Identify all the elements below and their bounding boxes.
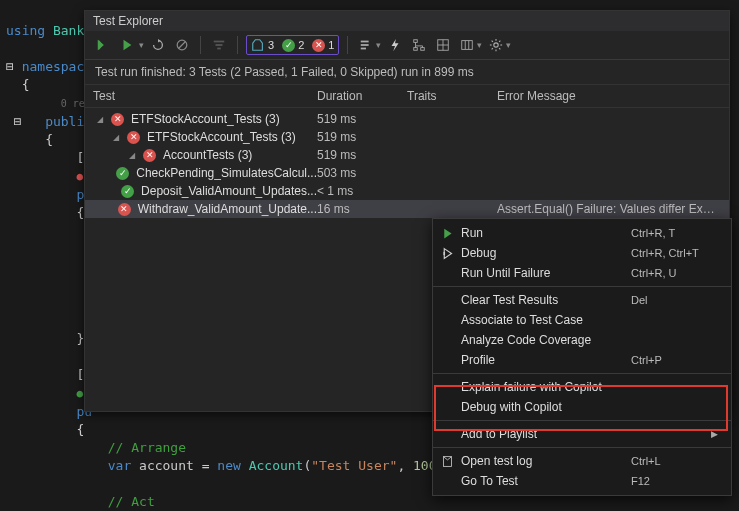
- svg-point-20: [494, 43, 498, 47]
- test-row[interactable]: ✓CheckPending_SimulatesCalcul...503 ms: [85, 164, 729, 182]
- duration-cell: 519 ms: [317, 130, 407, 144]
- svg-marker-0: [124, 40, 132, 51]
- menu-item[interactable]: Open test logCtrl+L: [433, 451, 731, 471]
- menu-label: Analyze Code Coverage: [461, 333, 631, 347]
- playlist-icon[interactable]: [356, 35, 376, 55]
- fail-badge[interactable]: ✕1: [312, 39, 334, 52]
- expand-caret-icon[interactable]: ◢: [129, 151, 139, 160]
- duration-cell: 519 ms: [317, 112, 407, 126]
- menu-item[interactable]: Run Until FailureCtrl+R, U: [433, 263, 731, 283]
- menu-item[interactable]: Clear Test ResultsDel: [433, 290, 731, 310]
- menu-separator: [433, 447, 731, 448]
- menu-item[interactable]: Associate to Test Case: [433, 310, 731, 330]
- svg-rect-12: [414, 48, 418, 51]
- svg-rect-17: [462, 41, 473, 50]
- test-row[interactable]: ◢✕ETFStockAccount_Tests (3)519 ms: [85, 128, 729, 146]
- duration-cell: 16 ms: [317, 202, 407, 216]
- menu-shortcut: Ctrl+L: [631, 455, 711, 467]
- run-all-button[interactable]: [93, 35, 113, 55]
- play-icon: [433, 227, 461, 240]
- lightning-icon[interactable]: [385, 35, 405, 55]
- svg-line-25: [492, 41, 493, 42]
- repeat-button[interactable]: [148, 35, 168, 55]
- expand-caret-icon[interactable]: ◢: [113, 133, 123, 142]
- test-row[interactable]: ✕Withdraw_ValidAmount_Update...16 msAsse…: [85, 200, 729, 218]
- expand-caret-icon[interactable]: ◢: [97, 115, 107, 124]
- menu-item[interactable]: Analyze Code Coverage: [433, 330, 731, 350]
- fail-icon: ✕: [143, 149, 156, 162]
- filter-button[interactable]: [209, 35, 229, 55]
- menu-item[interactable]: DebugCtrl+R, Ctrl+T: [433, 243, 731, 263]
- column-headers: Test Duration Traits Error Message: [85, 85, 729, 108]
- fail-icon: ✕: [127, 131, 140, 144]
- submenu-arrow-icon: ▶: [711, 429, 725, 439]
- col-duration[interactable]: Duration: [317, 89, 407, 103]
- menu-label: Go To Test: [461, 474, 631, 488]
- svg-rect-7: [361, 41, 369, 43]
- menu-item[interactable]: Debug with Copilot: [433, 397, 731, 417]
- col-test[interactable]: Test: [93, 89, 317, 103]
- log-icon: [433, 455, 461, 468]
- chevron-down-icon[interactable]: ▾: [477, 40, 482, 50]
- duration-cell: 519 ms: [317, 148, 407, 162]
- chevron-down-icon[interactable]: ▾: [376, 40, 381, 50]
- menu-separator: [433, 420, 731, 421]
- test-name: ETFStockAccount_Tests (3): [147, 130, 296, 144]
- pass-icon: ✓: [121, 185, 134, 198]
- test-name: CheckPending_SimulatesCalcul...: [136, 166, 317, 180]
- menu-item[interactable]: Explain failure with Copilot: [433, 377, 731, 397]
- group-icon[interactable]: [433, 35, 453, 55]
- columns-icon[interactable]: [457, 35, 477, 55]
- menu-label: Profile: [461, 353, 631, 367]
- panel-title: Test Explorer: [85, 11, 729, 31]
- menu-item[interactable]: Go To TestF12: [433, 471, 731, 491]
- chevron-down-icon[interactable]: ▾: [139, 40, 144, 50]
- test-name: Withdraw_ValidAmount_Update...: [138, 202, 317, 216]
- pass-icon: ✓: [116, 167, 129, 180]
- svg-rect-9: [361, 48, 366, 50]
- chevron-down-icon[interactable]: ▾: [506, 40, 511, 50]
- menu-label: Explain failure with Copilot: [461, 380, 631, 394]
- test-name: AccountTests (3): [163, 148, 252, 162]
- settings-icon[interactable]: [486, 35, 506, 55]
- menu-shortcut: F12: [631, 475, 711, 487]
- svg-line-26: [499, 48, 500, 49]
- svg-marker-1: [158, 39, 161, 43]
- test-name: Deposit_ValidAmount_Updates...: [141, 184, 317, 198]
- col-traits[interactable]: Traits: [407, 89, 497, 103]
- svg-rect-13: [421, 48, 425, 51]
- test-name: ETFStockAccount_Tests (3): [131, 112, 280, 126]
- menu-item[interactable]: Add to Playlist▶: [433, 424, 731, 444]
- cancel-button[interactable]: [172, 35, 192, 55]
- menu-label: Debug with Copilot: [461, 400, 631, 414]
- menu-label: Add to Playlist: [461, 427, 631, 441]
- hierarchy-icon[interactable]: [409, 35, 429, 55]
- total-badge[interactable]: 3: [251, 38, 274, 52]
- debug-icon: [433, 247, 461, 260]
- svg-rect-5: [216, 44, 223, 46]
- test-row[interactable]: ◢✕AccountTests (3)519 ms: [85, 146, 729, 164]
- pass-badge[interactable]: ✓2: [282, 39, 304, 52]
- duration-cell: < 1 ms: [317, 184, 407, 198]
- svg-line-3: [179, 42, 186, 49]
- menu-shortcut: Del: [631, 294, 711, 306]
- svg-rect-6: [217, 48, 221, 50]
- menu-shortcut: Ctrl+R, T: [631, 227, 711, 239]
- menu-label: Run: [461, 226, 631, 240]
- status-line: Test run finished: 3 Tests (2 Passed, 1 …: [85, 60, 729, 85]
- menu-item[interactable]: ProfileCtrl+P: [433, 350, 731, 370]
- svg-marker-10: [392, 39, 399, 51]
- svg-marker-30: [444, 248, 451, 258]
- col-error[interactable]: Error Message: [497, 89, 721, 103]
- menu-item[interactable]: RunCtrl+R, T: [433, 223, 731, 243]
- run-button[interactable]: [117, 35, 137, 55]
- menu-separator: [433, 373, 731, 374]
- menu-shortcut: Ctrl+R, Ctrl+T: [631, 247, 711, 259]
- test-row[interactable]: ✓Deposit_ValidAmount_Updates...< 1 ms: [85, 182, 729, 200]
- svg-line-27: [492, 48, 493, 49]
- menu-label: Debug: [461, 246, 631, 260]
- summary-badges: 3 ✓2 ✕1: [246, 35, 339, 55]
- svg-rect-31: [443, 251, 445, 254]
- test-row[interactable]: ◢✕ETFStockAccount_Tests (3)519 ms: [85, 110, 729, 128]
- error-cell: Assert.Equal() Failure: Values differ Ex…: [497, 202, 721, 216]
